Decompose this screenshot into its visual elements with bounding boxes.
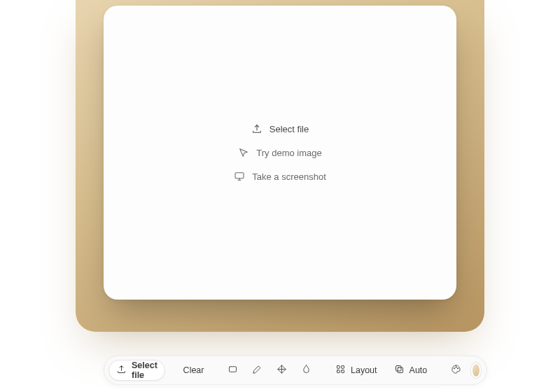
svg-rect-5 <box>342 370 344 373</box>
canvas-actions: Select file Try demo image Take a screen… <box>234 123 326 182</box>
svg-rect-0 <box>235 173 244 178</box>
color-swatch[interactable] <box>471 363 481 378</box>
svg-rect-2 <box>337 366 340 369</box>
try-demo-label: Try demo image <box>256 148 321 158</box>
crop-icon <box>227 364 238 377</box>
auto-label: Auto <box>410 365 428 375</box>
svg-point-10 <box>457 368 458 369</box>
copy-icon <box>394 364 405 377</box>
toolbar-select-file-button[interactable]: Select file <box>108 360 165 381</box>
palette-icon <box>451 364 461 377</box>
crop-button[interactable] <box>222 360 244 381</box>
clear-label: Clear <box>183 365 204 375</box>
draw-button[interactable] <box>246 360 268 381</box>
monitor-icon <box>234 171 245 182</box>
layout-button[interactable]: Layout <box>328 360 384 381</box>
screenshot-label: Take a screenshot <box>252 172 326 182</box>
move-icon <box>276 364 287 377</box>
auto-button[interactable]: Auto <box>387 360 435 381</box>
palette-button[interactable] <box>445 360 467 381</box>
canvas-card: Select file Try demo image Take a screen… <box>104 6 456 300</box>
watermark-button[interactable] <box>295 360 317 381</box>
svg-point-8 <box>454 368 454 369</box>
clear-button[interactable]: Clear <box>176 360 211 381</box>
svg-rect-3 <box>342 366 344 369</box>
upload-icon <box>116 364 127 377</box>
try-demo-action[interactable]: Try demo image <box>238 147 321 158</box>
toolbar: Select file Clear Layout <box>104 356 487 385</box>
layout-icon <box>335 364 346 377</box>
cursor-icon <box>238 147 249 158</box>
select-file-label: Select file <box>270 124 309 134</box>
watermark-icon <box>301 364 312 377</box>
svg-rect-1 <box>230 367 237 372</box>
brush-icon <box>252 364 262 377</box>
svg-point-9 <box>456 367 456 368</box>
upload-icon <box>251 123 262 134</box>
move-button[interactable] <box>271 360 293 381</box>
svg-rect-4 <box>337 370 340 373</box>
select-file-action[interactable]: Select file <box>251 123 309 134</box>
layout-label: Layout <box>351 365 377 375</box>
backdrop-panel: Select file Try demo image Take a screen… <box>76 0 484 332</box>
screenshot-action[interactable]: Take a screenshot <box>234 171 326 182</box>
svg-rect-6 <box>398 368 403 373</box>
svg-rect-7 <box>396 366 401 372</box>
toolbar-select-file-label: Select file <box>132 360 158 380</box>
